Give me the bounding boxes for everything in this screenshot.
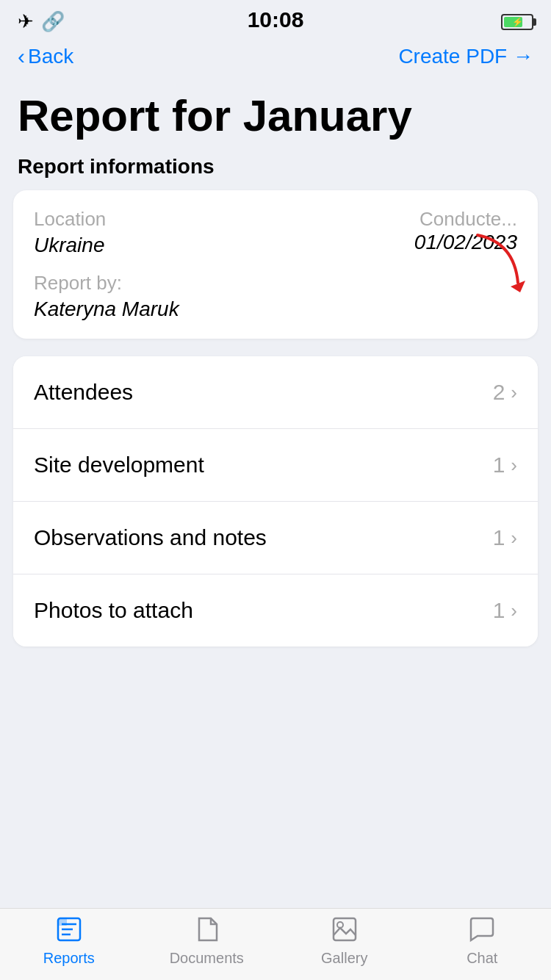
list-item[interactable]: Attendees 2 › <box>13 356 538 428</box>
info-top-row: Location Ukraine Conducte... 01/02/2023 <box>34 208 517 269</box>
conducted-label: Conducte... <box>414 208 517 231</box>
status-right-icons: ⚡ <box>501 14 533 30</box>
location-label: Location <box>34 208 106 231</box>
tab-label-reports: Reports <box>43 950 95 967</box>
list-item-label: Observations and notes <box>34 525 267 550</box>
link-icon: 🔗 <box>41 10 65 33</box>
chat-icon <box>467 915 497 947</box>
list-item-count: 1 <box>493 598 505 623</box>
tab-bar: Reports Documents Gallery Chat <box>0 908 551 980</box>
nav-bar: ‹ Back Create PDF → <box>0 39 551 80</box>
location-column: Location Ukraine <box>34 208 106 269</box>
list-item-right: 1 › <box>493 598 517 623</box>
report-by-label: Report by: <box>34 272 517 295</box>
tab-label-chat: Chat <box>467 950 497 967</box>
report-by-row: Report by: Kateryna Maruk <box>34 272 517 321</box>
list-item-count: 1 <box>493 525 505 550</box>
documents-icon <box>192 915 221 947</box>
battery-bolt: ⚡ <box>512 17 523 27</box>
tab-label-documents: Documents <box>170 950 244 967</box>
tab-reports[interactable]: Reports <box>0 915 138 967</box>
back-chevron-icon: ‹ <box>18 46 25 68</box>
page-title: Report for January <box>0 80 551 155</box>
list-item-label: Photos to attach <box>34 598 193 623</box>
report-info-card: Location Ukraine Conducte... 01/02/2023 … <box>13 190 538 339</box>
tab-label-gallery: Gallery <box>321 950 367 967</box>
report-by-value: Kateryna Maruk <box>34 298 517 321</box>
gallery-icon <box>330 915 359 947</box>
conducted-column: Conducte... 01/02/2023 <box>414 208 517 254</box>
back-button[interactable]: ‹ Back <box>18 45 73 68</box>
list-item-right: 2 › <box>493 380 517 405</box>
list-item-right: 1 › <box>493 453 517 478</box>
reports-icon <box>54 915 84 947</box>
svg-rect-6 <box>334 918 356 940</box>
tab-gallery[interactable]: Gallery <box>276 915 414 967</box>
chevron-right-icon: › <box>511 381 517 404</box>
list-item-right: 1 › <box>493 525 517 550</box>
list-item[interactable]: Site development 1 › <box>13 428 538 501</box>
back-label: Back <box>28 45 73 68</box>
chevron-right-icon: › <box>511 527 517 550</box>
sections-list-card: Attendees 2 › Site development 1 › Obser… <box>13 356 538 646</box>
list-item-count: 1 <box>493 453 505 478</box>
battery-icon: ⚡ <box>501 14 533 30</box>
chevron-right-icon: › <box>511 599 517 622</box>
create-pdf-button[interactable]: Create PDF → <box>398 45 533 68</box>
status-left-icons: ✈ 🔗 <box>18 10 65 33</box>
list-item[interactable]: Photos to attach 1 › <box>13 574 538 646</box>
list-item-label: Attendees <box>34 380 133 405</box>
airplane-icon: ✈ <box>18 10 34 33</box>
section-header: Report informations <box>0 155 551 190</box>
svg-rect-5 <box>58 918 67 926</box>
status-time: 10:08 <box>248 7 304 32</box>
list-item[interactable]: Observations and notes 1 › <box>13 501 538 574</box>
location-value: Ukraine <box>34 234 106 257</box>
tab-documents[interactable]: Documents <box>138 915 276 967</box>
chevron-right-icon: › <box>511 454 517 477</box>
list-item-label: Site development <box>34 453 204 478</box>
list-item-count: 2 <box>493 380 505 405</box>
tab-chat[interactable]: Chat <box>414 915 552 967</box>
conducted-value: 01/02/2023 <box>414 231 517 254</box>
status-bar: ✈ 🔗 10:08 ⚡ <box>0 0 551 39</box>
